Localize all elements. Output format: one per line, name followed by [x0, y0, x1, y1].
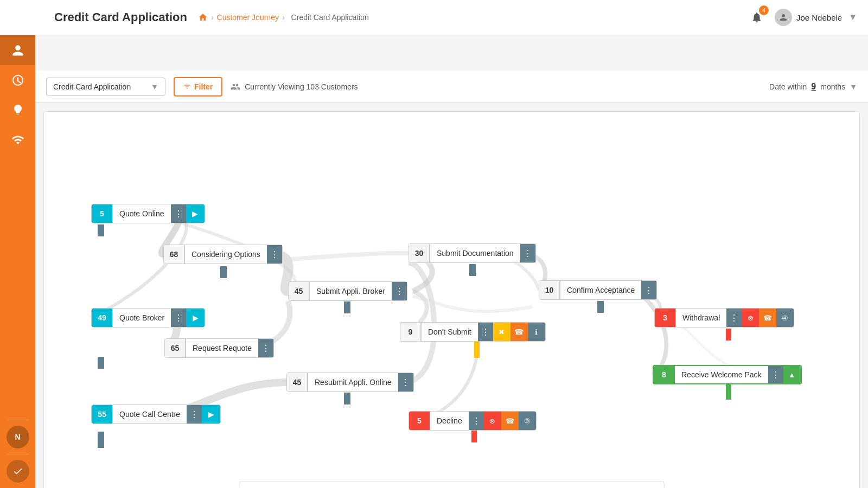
submit-documentation-menu[interactable]: ⋮ [520, 244, 535, 262]
sidebar-item-journey[interactable] [0, 65, 35, 95]
quote-broker-menu[interactable]: ⋮ [171, 309, 186, 327]
connector-bar-4 [220, 266, 227, 278]
nav-right: 4 Joe Ndebele ▼ [747, 8, 857, 27]
breadcrumb-sep1: › [211, 13, 214, 22]
decline-info-icon[interactable]: ③ [519, 412, 536, 430]
connector-bar-5 [344, 301, 350, 313]
quote-call-centre-menu[interactable]: ⋮ [187, 405, 202, 423]
top-nav: Credit Card Application › Customer Journ… [0, 0, 868, 35]
breadcrumb: › Customer Journey › Credit Card Applica… [198, 12, 372, 22]
sidebar-bottom: N [7, 417, 29, 483]
request-requote-count: 65 [165, 339, 186, 357]
node-decline: 5 Decline ⋮ ⊗ ☎ ③ [409, 411, 537, 431]
quote-broker-play[interactable]: ▶ [186, 309, 205, 327]
node-withdrawal: 3 Withdrawal ⋮ ⊗ ☎ ④ [654, 308, 794, 328]
node-dont-submit: 9 Don't Submit ⋮ ✖ ☎ ℹ [400, 322, 546, 342]
confirm-acceptance-label: Confirm Acceptance [560, 281, 641, 299]
sidebar-item-signals[interactable] [0, 125, 35, 155]
connector-bar-1 [98, 224, 104, 236]
submit-documentation-count: 30 [409, 244, 430, 262]
date-chevron-icon[interactable]: ▼ [850, 82, 857, 91]
quote-call-centre-count: 55 [92, 405, 112, 423]
confirm-acceptance-actions: ⋮ [641, 281, 656, 299]
journey-dropdown-value: Credit Card Application [53, 82, 131, 91]
main-content: Credit Card Application ▼ Filter Current… [35, 35, 868, 488]
resubmit-count: 45 [287, 373, 308, 391]
decline-actions: ⋮ ⊗ ☎ ③ [469, 412, 536, 430]
node-request-requote: 65 Request Requote ⋮ [164, 338, 274, 358]
user-menu[interactable]: Joe Ndebele ▼ [775, 9, 857, 26]
withdrawal-intervention-icon[interactable]: ☎ [759, 309, 776, 327]
user-name: Joe Ndebele [796, 13, 842, 22]
date-value[interactable]: 9 [811, 82, 816, 92]
withdrawal-dropoff-icon[interactable]: ⊗ [742, 309, 759, 327]
decline-status-bar [471, 431, 477, 442]
node-quote-broker: 49 Quote Broker ⋮ ▶ [91, 308, 205, 328]
request-requote-label: Request Requote [186, 339, 258, 357]
considering-options-actions: ⋮ [267, 245, 282, 264]
node-confirm-acceptance: 10 Confirm Acceptance ⋮ [539, 280, 657, 300]
decline-dropoff-icon[interactable]: ⊗ [484, 412, 501, 430]
submit-documentation-actions: ⋮ [520, 244, 535, 262]
quote-online-play[interactable]: ▶ [186, 204, 205, 223]
connector-bar-8 [597, 301, 604, 313]
withdrawal-count: 3 [655, 309, 675, 327]
legend: LEGEND ▶ Start Point Neutral ✕ Through t… [239, 481, 665, 488]
user-avatar [775, 9, 792, 26]
sidebar-settings-btn[interactable]: N [7, 426, 29, 448]
decline-intervention-icon[interactable]: ☎ [501, 412, 519, 430]
withdrawal-label: Withdrawal [675, 309, 726, 327]
toolbar: Credit Card Application ▼ Filter Current… [35, 70, 868, 103]
filter-button[interactable]: Filter [174, 77, 222, 97]
considering-options-label: Considering Options [184, 245, 267, 264]
sidebar-launch-btn[interactable] [7, 460, 29, 483]
quote-broker-actions: ⋮ ▶ [171, 309, 205, 327]
dont-submit-status-bar [474, 342, 480, 358]
resubmit-menu[interactable]: ⋮ [398, 373, 413, 391]
notification-badge: 4 [759, 5, 769, 15]
submit-appli-broker-count: 45 [289, 282, 309, 300]
sidebar-item-insights[interactable] [0, 95, 35, 125]
resubmit-actions: ⋮ [398, 373, 413, 391]
receive-welcome-pack-actions: ⋮ ▲ [768, 366, 801, 383]
node-receive-welcome-pack: 8 Receive Welcome Pack ⋮ ▲ [653, 365, 802, 384]
withdrawal-status-bar [726, 329, 731, 341]
date-filter: Date within 9 months ▼ [769, 82, 857, 92]
breadcrumb-sep2: › [282, 13, 285, 22]
submit-appli-broker-actions: ⋮ [392, 282, 407, 300]
receive-welcome-pack-goal-icon[interactable]: ▲ [783, 366, 801, 383]
customers-info: Currently Viewing 103 Customers [231, 82, 358, 92]
dont-submit-idle-icon[interactable]: ✖ [493, 323, 510, 341]
dont-submit-info-icon[interactable]: ℹ [528, 323, 545, 341]
considering-options-menu[interactable]: ⋮ [267, 245, 282, 264]
receive-welcome-pack-menu[interactable]: ⋮ [768, 366, 783, 383]
flow-svg [44, 112, 859, 488]
dont-submit-intervention-icon[interactable]: ☎ [510, 323, 528, 341]
resubmit-label: Resubmit Appli. Online [308, 373, 398, 391]
welcome-pack-status-bar [726, 384, 731, 400]
notification-button[interactable]: 4 [747, 8, 767, 27]
decline-menu[interactable]: ⋮ [469, 412, 484, 430]
dont-submit-menu[interactable]: ⋮ [478, 323, 493, 341]
quote-broker-label: Quote Broker [112, 309, 171, 327]
dont-submit-label: Don't Submit [421, 323, 478, 341]
sidebar-item-people[interactable] [0, 35, 35, 65]
journey-dropdown[interactable]: Credit Card Application ▼ [46, 78, 165, 96]
receive-welcome-pack-label: Receive Welcome Pack [674, 366, 768, 383]
quote-online-menu[interactable]: ⋮ [171, 204, 186, 223]
breadcrumb-journey[interactable]: Customer Journey [217, 13, 279, 22]
submit-appli-broker-menu[interactable]: ⋮ [392, 282, 407, 300]
quote-call-centre-play[interactable]: ▶ [202, 405, 220, 423]
node-quote-call-centre: 55 Quote Call Centre ⋮ ▶ [91, 404, 221, 424]
journey-canvas: 5 Quote Online ⋮ ▶ 68 Considering Option… [43, 111, 860, 488]
quote-broker-count: 49 [92, 309, 112, 327]
node-resubmit-appli-online: 45 Resubmit Appli. Online ⋮ [286, 373, 414, 392]
confirm-acceptance-menu[interactable]: ⋮ [641, 281, 656, 299]
quote-call-centre-label: Quote Call Centre [112, 405, 187, 423]
withdrawal-time-icon[interactable]: ④ [776, 309, 794, 327]
receive-welcome-pack-count: 8 [654, 366, 674, 383]
dont-submit-count: 9 [400, 323, 421, 341]
quote-online-count: 5 [92, 204, 112, 223]
withdrawal-menu[interactable]: ⋮ [726, 309, 742, 327]
request-requote-menu[interactable]: ⋮ [258, 339, 273, 357]
